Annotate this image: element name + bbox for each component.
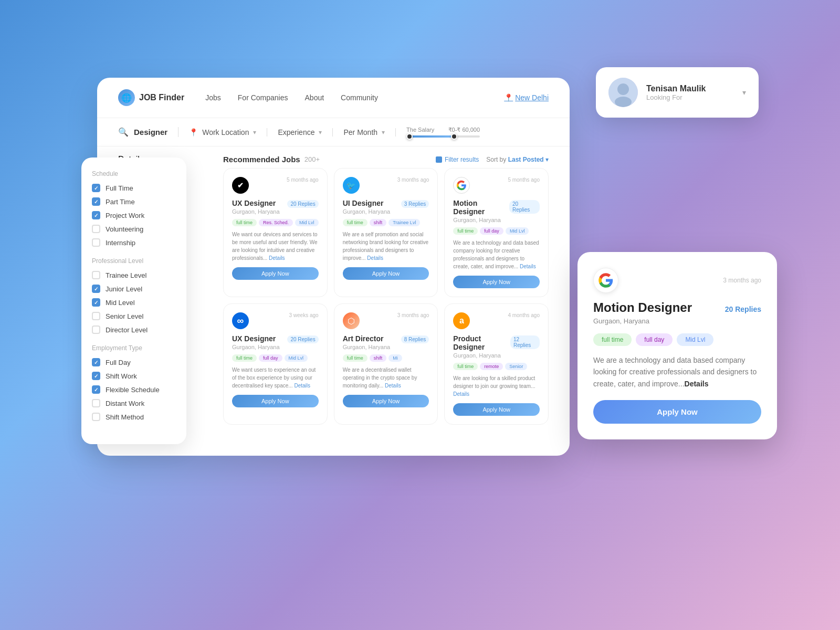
checkbox-volunteering[interactable] xyxy=(92,225,100,233)
detail-description: We are a technology and data based compa… xyxy=(593,354,761,390)
details-link-6[interactable]: Details xyxy=(453,391,469,397)
checkbox-junior[interactable] xyxy=(92,285,100,293)
label-fullday: Full Day xyxy=(106,359,131,366)
profile-info: Tenisan Maulik Looking For xyxy=(646,84,734,101)
tag-level-4: Mid Lvl xyxy=(285,354,308,362)
details-link-5[interactable]: Details xyxy=(385,383,401,388)
experience-chevron-icon: ▾ xyxy=(319,129,322,136)
time-ago-4: 3 weeks ago xyxy=(289,312,319,318)
details-link-3[interactable]: Details xyxy=(520,264,536,269)
salary-fill xyxy=(406,135,454,138)
checkbox-distant[interactable] xyxy=(92,399,100,407)
checkbox-trainee[interactable] xyxy=(92,271,100,279)
tag-day-4: full day xyxy=(259,354,282,362)
filter-shiftwork: Shift Work xyxy=(92,372,176,380)
filter-shiftmethod: Shift Method xyxy=(92,413,176,421)
detail-link[interactable]: Details xyxy=(685,380,709,388)
job-card-2: 🐦 3 months ago UI Designer 3 Replies Gur… xyxy=(334,168,438,297)
checkbox-flexible[interactable] xyxy=(92,385,100,394)
job-location-2: Gurgaon, Haryana xyxy=(343,208,429,215)
nav-jobs[interactable]: Jobs xyxy=(205,93,221,102)
apply-btn-2[interactable]: Apply Now xyxy=(343,267,429,280)
label-fulltime: Full Time xyxy=(106,184,133,192)
job-desc-5: We are a decentralised wallet operating … xyxy=(343,366,429,390)
details-link-4[interactable]: Details xyxy=(294,383,310,388)
sort-value[interactable]: Last Posted xyxy=(508,156,544,163)
profile-name: Tenisan Maulik xyxy=(646,84,734,93)
tag-level-3: Mid Lvl xyxy=(506,227,529,235)
details-link-2[interactable]: Details xyxy=(367,255,383,261)
logo: 🌐 JOB Finder xyxy=(118,89,184,106)
replies-3: 20 Replies xyxy=(509,200,540,214)
detail-apply-btn[interactable]: Apply Now xyxy=(593,400,761,424)
tag-level-6: Senior xyxy=(505,363,527,370)
nav-companies[interactable]: For Companies xyxy=(238,93,288,102)
jobs-grid: ✔ 5 months ago UX Designer 20 Replies Gu… xyxy=(223,168,549,425)
salary-track[interactable] xyxy=(406,135,480,138)
salary-thumb-left[interactable] xyxy=(406,133,413,140)
professional-level-section: Professional Level Trainee Level Junior … xyxy=(92,257,176,334)
checkbox-mid[interactable] xyxy=(92,298,100,307)
apply-btn-6[interactable]: Apply Now xyxy=(453,403,540,416)
filter-fullday: Full Day xyxy=(92,358,176,366)
tag-level-1: Mid Lvl xyxy=(295,219,319,226)
search-input-wrapper[interactable]: 🔍 Designer xyxy=(118,127,178,137)
work-location-chevron-icon: ▾ xyxy=(253,129,256,136)
recommended-section: Recommended Jobs 200+ xyxy=(223,155,320,164)
nav-about[interactable]: About xyxy=(305,93,324,102)
company-logo-4: ∞ xyxy=(232,312,249,329)
job-title-2: UI Designer xyxy=(343,199,384,207)
label-senior: Senior Level xyxy=(106,312,143,320)
checkbox-shiftwork[interactable] xyxy=(92,372,100,380)
nav-location[interactable]: 📍 New Delhi xyxy=(504,93,549,102)
job-tags-5: full time shift Mi xyxy=(343,354,429,362)
job-title-1: UX Designer xyxy=(232,199,276,207)
profile-chevron-icon[interactable]: ▾ xyxy=(742,88,746,97)
checkbox-parttime[interactable] xyxy=(92,197,100,206)
label-flexible: Flexible Schedule xyxy=(106,386,160,394)
filter-junior: Junior Level xyxy=(92,285,176,293)
detail-title-row: Motion Designer 20 Replies xyxy=(593,295,761,317)
svg-point-2 xyxy=(615,97,632,107)
filter-distant: Distant Work xyxy=(92,399,176,407)
work-location-dropdown[interactable]: 📍 Work Location ▾ xyxy=(178,128,267,136)
nav-community[interactable]: Community xyxy=(341,93,378,102)
search-query[interactable]: Designer xyxy=(134,128,167,136)
salary-dropdown[interactable]: Per Month ▾ xyxy=(333,128,396,136)
salary-thumb-right[interactable] xyxy=(451,133,457,140)
apply-btn-1[interactable]: Apply Now xyxy=(232,267,319,280)
checkbox-projectwork[interactable] xyxy=(92,211,100,219)
checkbox-director[interactable] xyxy=(92,326,100,334)
time-ago-5: 3 months ago xyxy=(397,312,429,318)
location-icon: 📍 xyxy=(189,128,198,136)
filter-fulltime: Full Time xyxy=(92,184,176,192)
checkbox-fulltime[interactable] xyxy=(92,184,100,192)
job-desc-4: We want users to experience an out of th… xyxy=(232,366,319,390)
detail-tags: full time full day Mid Lvl xyxy=(593,333,761,346)
detail-tag-fulltime: full time xyxy=(593,333,632,346)
navbar: 🌐 JOB Finder Jobs For Companies About Co… xyxy=(97,78,570,118)
replies-1: 20 Replies xyxy=(287,200,318,208)
label-projectwork: Project Work xyxy=(106,212,144,219)
detail-location: Gurgaon, Haryana xyxy=(593,317,761,325)
job-tags-2: full time shift Trainee Lvl xyxy=(343,219,429,226)
experience-dropdown[interactable]: Experience ▾ xyxy=(267,128,333,136)
checkbox-internship[interactable] xyxy=(92,238,100,247)
company-logo-6: a xyxy=(453,312,470,329)
apply-btn-4[interactable]: Apply Now xyxy=(232,395,319,407)
job-location-6: Gurgaon, Haryana xyxy=(453,352,540,359)
apply-btn-3[interactable]: Apply Now xyxy=(453,276,540,288)
label-parttime: Part Time xyxy=(106,198,135,206)
job-card-3: 5 months ago Motion Designer 20 Replies … xyxy=(444,168,549,297)
salary-slider[interactable]: The Salary ₹0-₹ 60,000 xyxy=(396,127,490,138)
detail-tag-level: Mid Lvl xyxy=(677,333,713,346)
checkbox-fullday[interactable] xyxy=(92,358,100,366)
details-link-1[interactable]: Details xyxy=(269,255,285,261)
schedule-section: Schedule Full Time Part Time Project Wor… xyxy=(92,170,176,247)
checkbox-shiftmethod[interactable] xyxy=(92,413,100,421)
filter-results-btn[interactable]: Filter results xyxy=(436,156,479,163)
checkbox-senior[interactable] xyxy=(92,312,100,320)
filter-senior: Senior Level xyxy=(92,312,176,320)
apply-btn-5[interactable]: Apply Now xyxy=(343,395,429,407)
schedule-title: Schedule xyxy=(92,170,176,177)
